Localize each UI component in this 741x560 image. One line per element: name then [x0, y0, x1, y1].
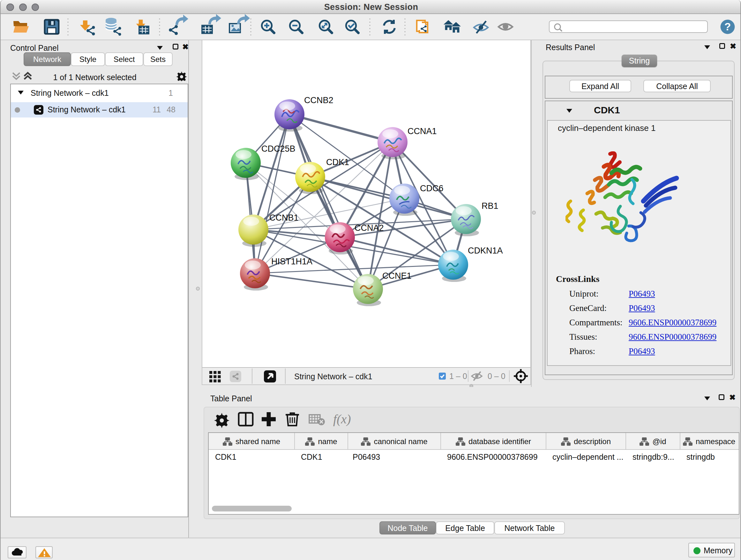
svg-text:CDC6: CDC6 [420, 184, 444, 193]
svg-text:CCNB2: CCNB2 [304, 96, 333, 105]
svg-text:RB1: RB1 [482, 201, 498, 211]
svg-text:CDKN1A: CDKN1A [468, 246, 503, 255]
svg-text:CCNB1: CCNB1 [269, 213, 299, 223]
svg-text:CDC25B: CDC25B [261, 144, 295, 153]
svg-text:String Network – cdk1: String Network – cdk1 [294, 372, 373, 381]
svg-text:0 – 0: 0 – 0 [488, 372, 506, 381]
svg-text:f(x): f(x) [333, 412, 351, 426]
svg-text:CCNE1: CCNE1 [382, 271, 412, 281]
svg-text:HIST1H1A: HIST1H1A [271, 257, 313, 266]
svg-text:CCNA2: CCNA2 [354, 223, 384, 233]
svg-text:CCNA1: CCNA1 [408, 126, 437, 136]
svg-text:?: ? [724, 21, 731, 33]
svg-text:1 – 0: 1 – 0 [449, 372, 467, 381]
svg-text:CDK1: CDK1 [326, 158, 349, 167]
